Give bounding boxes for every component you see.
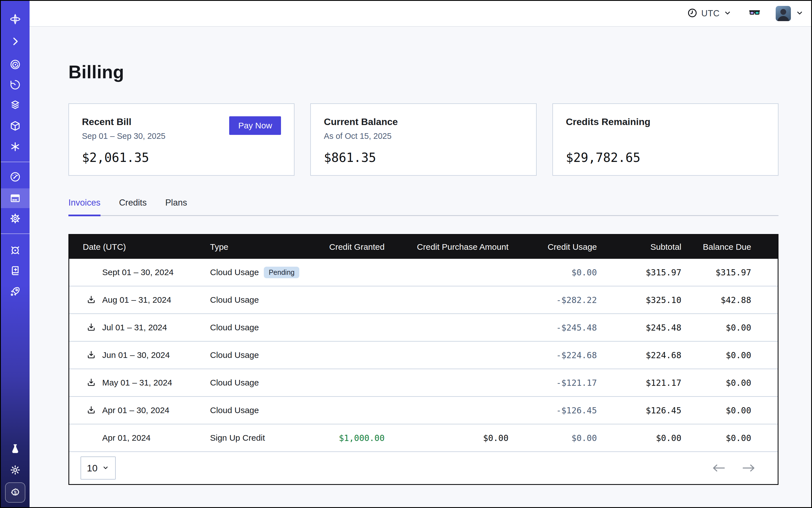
- sidebar-item-asterisk[interactable]: [1, 137, 30, 157]
- sidebar-item-observe[interactable]: [1, 55, 30, 74]
- sidebar-item-helm[interactable]: [1, 241, 30, 260]
- credit-usage: -$224.68: [509, 350, 597, 360]
- table-body: Sept 01 – 30, 2024 Cloud UsagePending $0…: [69, 259, 778, 452]
- subtotal: $126.45: [597, 406, 681, 415]
- download-invoice-button[interactable]: [86, 323, 96, 332]
- balance-due: $315.97: [681, 267, 778, 278]
- tab-credits[interactable]: Credits: [119, 198, 147, 215]
- credit-usage: -$126.45: [509, 406, 597, 415]
- layers-icon: [9, 99, 21, 111]
- current-balance-amount: $861.35: [324, 151, 523, 165]
- table-row: Sept 01 – 30, 2024 Cloud UsagePending $0…: [69, 259, 778, 286]
- page-size-value: 10: [87, 463, 98, 474]
- invoice-type: Cloud Usage: [210, 350, 259, 360]
- sidebar-item-docs[interactable]: [1, 261, 30, 281]
- recent-bill-card: Recent Bill Sep 01 – Sep 30, 2025 $2,061…: [69, 103, 295, 176]
- credit-usage: -$245.48: [509, 323, 597, 333]
- status-badge: Pending: [264, 267, 299, 278]
- pay-now-button[interactable]: Pay Now: [229, 116, 281, 135]
- table-row: May 01 – 31, 2024 Cloud Usage -$121.17 $…: [69, 369, 778, 396]
- asterisk-icon: [9, 141, 21, 153]
- topbar: UTC: [30, 1, 811, 27]
- account-menu-button[interactable]: [796, 9, 804, 18]
- balance-due: $0.00: [681, 378, 778, 388]
- current-balance-card: Current Balance As of Oct 15, 2025 $861.…: [310, 103, 537, 176]
- sidebar-item-launch[interactable]: [1, 282, 30, 301]
- cube-icon: [9, 120, 21, 132]
- invoice-type: Cloud Usage: [210, 323, 259, 332]
- next-page-button[interactable]: [743, 464, 755, 472]
- download-invoice-button[interactable]: [86, 406, 96, 415]
- balance-as-of: As of Oct 15, 2025: [324, 131, 523, 141]
- summary-cards: Recent Bill Sep 01 – Sep 30, 2025 $2,061…: [69, 103, 778, 176]
- timezone-selector[interactable]: UTC: [687, 8, 732, 19]
- sidebar-item-layers[interactable]: [1, 95, 30, 115]
- gauge-icon: [9, 171, 21, 183]
- timer-icon: [9, 79, 21, 91]
- card-title: Current Balance: [324, 116, 523, 127]
- arrow-right-icon: [743, 464, 755, 472]
- subtotal: $325.10: [597, 295, 681, 305]
- subtotal: $224.68: [597, 350, 681, 360]
- col-header-type: Type: [210, 242, 317, 252]
- invoice-date: Sept 01 – 30, 2024: [102, 267, 174, 277]
- chevron-down-icon: [796, 9, 804, 18]
- download-invoice-button[interactable]: [86, 350, 96, 360]
- timezone-label: UTC: [701, 8, 720, 18]
- sidebar-item-history[interactable]: [1, 75, 30, 95]
- subtotal: $315.97: [597, 267, 681, 278]
- table-row: Jun 01 – 30, 2024 Cloud Usage -$224.68 $…: [69, 341, 778, 369]
- main-content: Billing Recent Bill Sep 01 – Sep 30, 202…: [30, 27, 811, 507]
- sidebar-item-settings[interactable]: [1, 209, 30, 228]
- balance-due: $0.00: [681, 406, 778, 415]
- credit-usage: -$282.22: [509, 295, 597, 305]
- dollar-badge-icon: $: [9, 486, 22, 499]
- sidebar: $: [1, 1, 30, 507]
- flask-icon: [9, 443, 21, 455]
- invoice-date: Apr 01, 2024: [102, 433, 151, 443]
- rocket-icon: [9, 286, 21, 297]
- gear-icon: [9, 213, 21, 224]
- billing-page: $ UTC Billing Recent Bill Sep 01 – Sep 3…: [0, 0, 812, 508]
- sidebar-item-labs[interactable]: [1, 439, 30, 459]
- sidebar-divider: [1, 234, 30, 234]
- credit-granted: $1,000.00: [317, 433, 385, 443]
- sidebar-item-packages[interactable]: [1, 116, 30, 136]
- invoice-type: Sign Up Credit: [210, 433, 265, 443]
- table-header: Date (UTC) Type Credit Granted Credit Pu…: [69, 235, 778, 259]
- credit-usage: -$121.17: [509, 378, 597, 388]
- invoices-table: Date (UTC) Type Credit Granted Credit Pu…: [69, 234, 778, 485]
- sidebar-item-theme-toggle[interactable]: [1, 460, 30, 480]
- sidebar-item-dashboard[interactable]: [1, 167, 30, 187]
- sidebar-divider: [1, 162, 30, 162]
- download-invoice-button[interactable]: [86, 378, 96, 387]
- sidebar-item-billing[interactable]: [1, 188, 30, 208]
- chevron-down-icon: [102, 463, 109, 474]
- invoice-type: Cloud Usage: [210, 267, 259, 277]
- view-mode-button[interactable]: [748, 6, 761, 20]
- page-size-select[interactable]: 10: [81, 457, 116, 479]
- 3d-glasses-icon: [748, 6, 761, 20]
- tab-invoices[interactable]: Invoices: [69, 198, 100, 216]
- sidebar-item-expand[interactable]: [1, 32, 30, 51]
- user-avatar[interactable]: [776, 6, 791, 21]
- tab-plans[interactable]: Plans: [165, 198, 187, 215]
- invoice-type: Cloud Usage: [210, 378, 259, 387]
- sidebar-item-credits-button[interactable]: $: [5, 482, 25, 503]
- sidebar-item-logo[interactable]: [1, 9, 30, 29]
- col-header-credit-purchase: Credit Purchase Amount: [385, 242, 509, 252]
- balance-due: $0.00: [681, 350, 778, 360]
- credits-remaining-card: Credits Remaining $29,782.65: [552, 103, 778, 176]
- invoice-date: Jun 01 – 30, 2024: [102, 350, 170, 360]
- credit-purchase-amount: $0.00: [385, 433, 509, 443]
- subtotal: $245.48: [597, 323, 681, 333]
- table-row: Aug 01 – 31, 2024 Cloud Usage -$282.22 $…: [69, 286, 778, 313]
- previous-page-button[interactable]: [713, 464, 725, 472]
- col-header-credit-usage: Credit Usage: [509, 242, 597, 252]
- page-title: Billing: [69, 62, 778, 83]
- col-header-subtotal: Subtotal: [597, 242, 681, 252]
- balance-due: $0.00: [681, 323, 778, 333]
- book-sparkle-icon: [9, 265, 21, 277]
- invoice-date: Aug 01 – 31, 2024: [102, 295, 171, 305]
- download-invoice-button[interactable]: [86, 295, 96, 305]
